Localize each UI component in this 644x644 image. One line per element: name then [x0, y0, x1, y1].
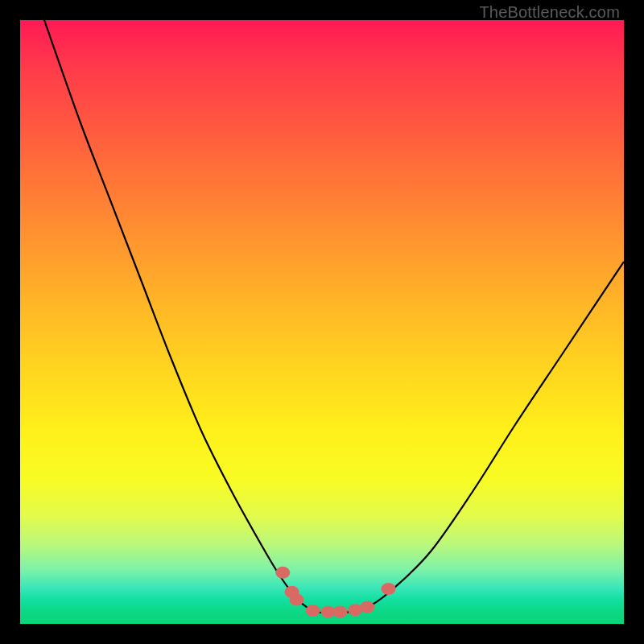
curve-marker	[382, 583, 396, 595]
curve-marker	[333, 606, 348, 618]
chart-plot-area	[20, 20, 624, 624]
curve-marker	[290, 594, 304, 606]
watermark-text: TheBottleneck.com	[479, 3, 620, 22]
curve-markers	[275, 567, 395, 618]
bottleneck-curve-svg	[20, 20, 624, 624]
curve-marker	[360, 601, 374, 613]
bottleneck-curve-path	[44, 20, 624, 613]
curve-marker	[275, 567, 290, 579]
curve-marker	[306, 605, 320, 617]
